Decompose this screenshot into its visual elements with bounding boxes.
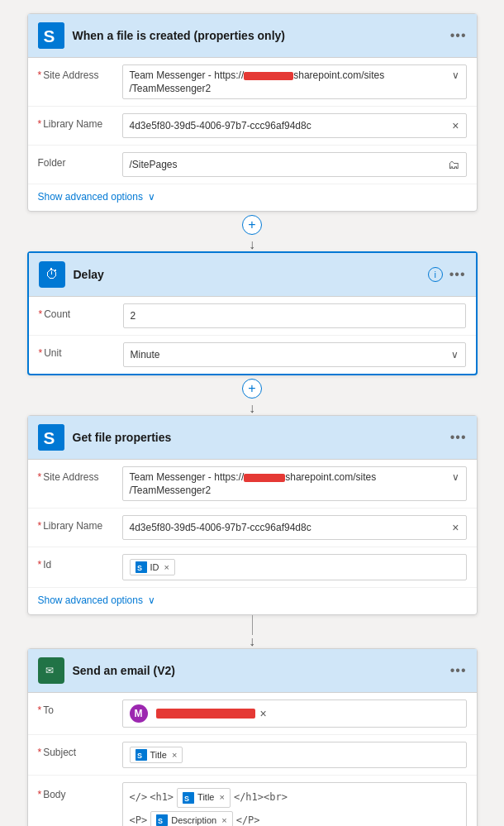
card-body-delay: *Count 2 *Unit Minute ∨ bbox=[29, 297, 476, 374]
svg-text:S: S bbox=[158, 817, 163, 825]
field-to: *To M × bbox=[28, 693, 477, 735]
arrow-down-2: ↓ bbox=[249, 402, 255, 415]
card-delay: ⏱ Delay i ••• *Count 2 *Unit bbox=[27, 251, 478, 375]
tag-chip-title-subject: S Title × bbox=[130, 747, 183, 763]
label-site-address-2: *Site Address bbox=[38, 466, 112, 483]
value-library-name-2[interactable]: 4d3e5f80-39d5-4006-97b7-ccc96af94d8c × bbox=[122, 515, 467, 540]
card-title-send-email: Send an email (V2) bbox=[73, 664, 442, 677]
card-menu-get-file: ••• bbox=[450, 430, 467, 445]
dropdown-arrow-unit: ∨ bbox=[451, 349, 459, 360]
dropdown-arrow-site-1: ∨ bbox=[452, 69, 459, 81]
clear-library-name-1[interactable]: × bbox=[452, 119, 459, 132]
remove-to-recipient[interactable]: × bbox=[260, 707, 267, 720]
label-to: *To bbox=[38, 699, 112, 716]
sharepoint-icon-2: S bbox=[38, 424, 64, 451]
svg-text:S: S bbox=[137, 752, 142, 760]
card-menu-send-email: ••• bbox=[450, 663, 467, 678]
card-menu-when-file-created: ••• bbox=[450, 28, 467, 43]
value-site-address-1[interactable]: Team Messenger - https://sharepoint.com/… bbox=[122, 64, 467, 99]
card-body-get-file: *Site Address Team Messenger - https://s… bbox=[28, 460, 477, 614]
redacted-email bbox=[156, 709, 255, 719]
remove-tag-description[interactable]: × bbox=[221, 814, 226, 826]
svg-text:S: S bbox=[137, 564, 142, 572]
delay-icon: ⏱ bbox=[39, 261, 65, 288]
more-options-button-3[interactable]: ••• bbox=[450, 663, 467, 678]
avatar-to: M bbox=[130, 704, 148, 723]
label-unit: *Unit bbox=[39, 342, 113, 359]
tag-chip-title-body: S Title × bbox=[177, 788, 231, 808]
info-button-delay[interactable]: i bbox=[428, 267, 443, 282]
connector-2: + ↓ bbox=[242, 375, 262, 415]
card-menu-delay: i ••• bbox=[428, 267, 466, 282]
more-options-button-2[interactable]: ••• bbox=[450, 430, 467, 445]
label-body: *Body bbox=[38, 782, 112, 800]
card-header-send-email: ✉ Send an email (V2) ••• bbox=[28, 649, 477, 693]
advanced-options-toggle-1[interactable]: Show advanced options ∨ bbox=[28, 184, 477, 211]
remove-tag-title-subject[interactable]: × bbox=[172, 750, 177, 760]
card-body-when-file-created: *Site Address Team Messenger - https://s… bbox=[28, 58, 477, 211]
remove-tag-title-body[interactable]: × bbox=[219, 790, 224, 805]
card-body-send-email: *To M × *Subject S Title bbox=[28, 693, 477, 826]
more-options-button-1[interactable]: ••• bbox=[450, 28, 467, 43]
card-header-when-file-created: S When a file is created (properties onl… bbox=[28, 14, 477, 58]
advanced-options-toggle-2[interactable]: Show advanced options ∨ bbox=[28, 588, 477, 614]
arrow-down-1: ↓ bbox=[249, 238, 255, 251]
value-id[interactable]: S ID × bbox=[122, 554, 467, 580]
label-folder-1: Folder bbox=[38, 152, 112, 169]
field-folder-1: Folder /SitePages 🗂 bbox=[28, 146, 477, 184]
svg-text:S: S bbox=[43, 26, 55, 45]
label-library-name-1: *Library Name bbox=[38, 113, 112, 130]
label-count: *Count bbox=[39, 303, 113, 320]
value-library-name-1[interactable]: 4d3e5f80-39d5-4006-97b7-ccc96af94d8c × bbox=[122, 113, 467, 138]
card-header-delay: ⏱ Delay i ••• bbox=[29, 253, 476, 297]
field-id: *Id S ID × bbox=[28, 547, 477, 588]
value-count[interactable]: 2 bbox=[123, 303, 466, 328]
add-step-button-1[interactable]: + bbox=[242, 215, 262, 235]
advanced-chevron-1: ∨ bbox=[148, 191, 155, 203]
field-site-address-2: *Site Address Team Messenger - https://s… bbox=[28, 460, 477, 508]
card-header-get-file: S Get file properties ••• bbox=[28, 416, 477, 460]
card-when-file-created: S When a file is created (properties onl… bbox=[27, 13, 478, 212]
value-subject[interactable]: S Title × bbox=[122, 742, 467, 768]
folder-icon-1: 🗂 bbox=[448, 158, 459, 171]
advanced-chevron-2: ∨ bbox=[148, 594, 155, 606]
label-site-address-1: *Site Address bbox=[38, 64, 112, 81]
label-id: *Id bbox=[38, 554, 112, 571]
sp-chip-icon-subject: S bbox=[136, 749, 147, 761]
sp-chip-icon-id: S bbox=[136, 561, 147, 573]
add-step-button-2[interactable]: + bbox=[242, 379, 262, 399]
field-site-address-1: *Site Address Team Messenger - https://s… bbox=[28, 58, 477, 107]
svg-text:✉: ✉ bbox=[45, 665, 54, 676]
clear-library-name-2[interactable]: × bbox=[452, 521, 459, 534]
card-get-file-properties: S Get file properties ••• *Site Address … bbox=[27, 415, 478, 615]
body-line-2: <P> S Description × </P> bbox=[130, 811, 459, 826]
value-site-address-2[interactable]: Team Messenger - https://sharepoint.com/… bbox=[122, 466, 467, 501]
field-library-name-2: *Library Name 4d3e5f80-39d5-4006-97b7-cc… bbox=[28, 508, 477, 547]
sharepoint-icon: S bbox=[38, 22, 64, 49]
value-body[interactable]: </> <h1> S Title × </h1><br> <P bbox=[122, 782, 467, 826]
arrow-down-3: ↓ bbox=[249, 635, 255, 648]
field-library-name-1: *Library Name 4d3e5f80-39d5-4006-97b7-cc… bbox=[28, 107, 477, 146]
value-folder-1[interactable]: /SitePages 🗂 bbox=[122, 152, 467, 177]
card-send-email: ✉ Send an email (V2) ••• *To M × bbox=[27, 648, 478, 826]
field-unit: *Unit Minute ∨ bbox=[29, 336, 476, 374]
field-count: *Count 2 bbox=[29, 297, 476, 336]
more-options-button-delay[interactable]: ••• bbox=[449, 267, 466, 282]
field-body: *Body </> <h1> S Title × bbox=[28, 776, 477, 826]
body-line-1: </> <h1> S Title × </h1><br> bbox=[130, 788, 459, 808]
tag-chip-id: S ID × bbox=[130, 559, 175, 575]
svg-text:S: S bbox=[43, 428, 55, 447]
value-to[interactable]: M × bbox=[122, 699, 467, 728]
value-unit[interactable]: Minute ∨ bbox=[123, 342, 466, 367]
card-title-get-file: Get file properties bbox=[73, 431, 442, 444]
connector-1: + ↓ bbox=[242, 212, 262, 251]
remove-tag-id[interactable]: × bbox=[164, 562, 169, 572]
email-icon: ✉ bbox=[38, 657, 64, 684]
dropdown-arrow-site-2: ∨ bbox=[452, 471, 459, 483]
tag-chip-description: S Description × bbox=[150, 811, 232, 826]
field-subject: *Subject S Title × bbox=[28, 735, 477, 776]
card-title-delay: Delay bbox=[74, 268, 420, 281]
flow-canvas: S When a file is created (properties onl… bbox=[13, 13, 491, 826]
card-title-when-file-created: When a file is created (properties only) bbox=[73, 29, 442, 42]
label-subject: *Subject bbox=[38, 742, 112, 758]
